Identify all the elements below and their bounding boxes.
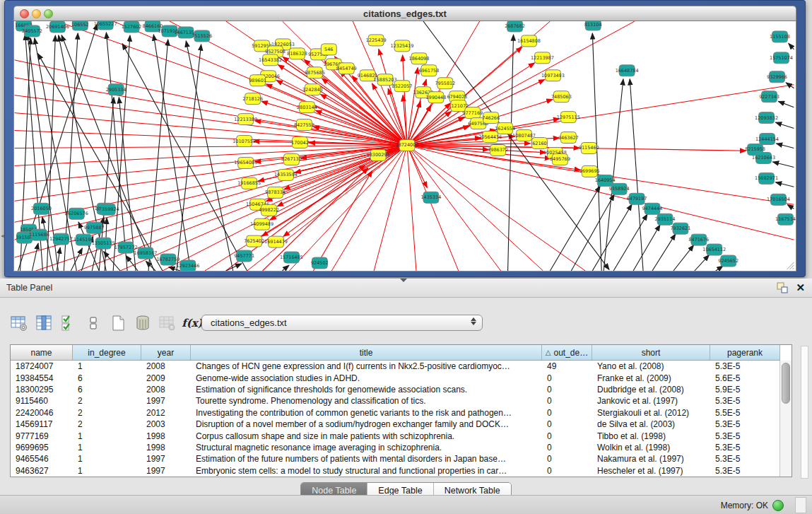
graph-node-label: 7515526 xyxy=(192,33,212,39)
citation-edge-red xyxy=(374,146,407,271)
graph-node-label: 1155108 xyxy=(770,34,790,40)
column-header-out-degree[interactable]: △ out_de… xyxy=(542,345,592,360)
graph-node-label: 2935114 xyxy=(655,216,676,222)
citation-edge-red xyxy=(263,168,368,271)
graph-node-label: 1167534 xyxy=(775,216,796,222)
citation-edge-black xyxy=(775,182,794,187)
table-cell: 2 xyxy=(73,396,141,406)
table-cell: 5.6E-5 xyxy=(710,373,780,383)
column-header-pagerank[interactable]: pagerank xyxy=(710,345,780,360)
status-corner-strip xyxy=(795,497,806,513)
resize-grip-icon[interactable] xyxy=(787,262,794,269)
citation-edge-black xyxy=(104,252,121,271)
graph-node-label: 2905334 xyxy=(106,87,126,93)
graph-node-label: 2405572 xyxy=(22,28,42,34)
table-body: 1872400712008Changes of HCN gene express… xyxy=(11,361,780,477)
split-divider-handle[interactable] xyxy=(400,279,407,282)
table-row[interactable]: 977716911998Corpus callosum shape and si… xyxy=(11,430,780,441)
graph-node-label: 5875685 xyxy=(305,70,325,76)
column-header-in-degree[interactable]: in_degree xyxy=(73,345,141,360)
table-cell: Tourette syndrome. Phenomenology and cla… xyxy=(191,396,542,406)
table-cell: 49 xyxy=(542,361,592,371)
row-select-icon[interactable] xyxy=(59,314,78,332)
table-row[interactable]: 1456911722003Disruption of a novel membe… xyxy=(11,419,780,430)
table-cell: 2009 xyxy=(141,373,191,383)
attribute-table: name in_degree year title △ out_de… shor… xyxy=(10,344,792,477)
table-row[interactable]: 946554611997Estimation of the future num… xyxy=(11,453,780,465)
table-cell: 1997 xyxy=(141,466,191,476)
table-toolbar: f(x) xyxy=(10,312,201,334)
graph-node-label: 8454749 xyxy=(336,66,357,71)
graph-node-label: 924502 xyxy=(311,260,329,266)
citation-edge-black xyxy=(652,234,676,271)
table-row[interactable]: 2242004622012Investigating the contribut… xyxy=(11,407,780,419)
graph-node-label: 8471676 xyxy=(688,237,709,243)
graph-node-label: 12923446 xyxy=(176,263,199,269)
network-canvas[interactable]: 1660522405572206914061065521065522715276… xyxy=(14,21,796,271)
column-select-icon[interactable] xyxy=(35,314,53,332)
network-window-titlebar[interactable]: citations_edges.txt xyxy=(13,6,796,21)
column-header-name[interactable]: name xyxy=(11,345,73,360)
table-options-icon[interactable] xyxy=(10,314,28,332)
combo-stepper-icon xyxy=(471,317,476,325)
graph-node-label: 20564436 xyxy=(478,134,502,140)
table-cell: 1 xyxy=(73,361,141,371)
column-header-short[interactable]: short xyxy=(592,345,710,360)
graph-node-label: 15692971 xyxy=(755,175,778,181)
rows-icon[interactable] xyxy=(84,314,102,332)
memory-status-indicator[interactable] xyxy=(772,500,784,511)
delete-table-icon[interactable] xyxy=(134,314,152,332)
table-row[interactable]: 946362711997Embryonic stem cells: a mode… xyxy=(11,465,780,477)
function-builder-icon[interactable]: f(x) xyxy=(183,314,201,332)
graph-node-label: 1640954 xyxy=(595,177,616,183)
graph-node-label: 813104 xyxy=(584,22,602,28)
table-vertical-scrollbar[interactable] xyxy=(779,361,792,477)
table-cell: Embryonic stem cells: a model to study s… xyxy=(191,466,542,476)
graph-node-label: 10107552 xyxy=(233,139,256,144)
graph-node-label: 9115460 xyxy=(579,145,599,151)
table-cell: Hescheler et al. (1997) xyxy=(592,466,710,476)
table-cell: 9777169 xyxy=(11,431,73,441)
table-cell: 1 xyxy=(73,431,141,441)
column-header-title[interactable]: title xyxy=(191,345,542,360)
close-panel-icon[interactable]: ✕ xyxy=(796,282,805,293)
graph-node-label: 10973493 xyxy=(541,73,565,78)
citation-edge-black xyxy=(789,43,794,49)
table-select-combo[interactable]: citations_edges.txt xyxy=(201,315,483,331)
graph-node-label: 9699695 xyxy=(579,168,600,174)
graph-node-label: 2803144 xyxy=(297,105,317,110)
scrollbar-thumb[interactable] xyxy=(782,363,790,404)
table-row[interactable]: 1872400712008Changes of HCN gene express… xyxy=(11,361,780,372)
table-row[interactable]: 1830029562008Estimation of significance … xyxy=(11,384,780,395)
table-cell: 5.3E-5 xyxy=(710,443,780,452)
graph-node-label: 9463627 xyxy=(558,135,579,141)
network-canvas-container[interactable]: 1660522405572206914061065521065522715276… xyxy=(13,21,796,271)
table-row[interactable]: 969969511998Structural magnetic resonanc… xyxy=(11,442,780,453)
graph-node-label: 16958167 xyxy=(134,250,158,256)
table-cell: 5.9E-5 xyxy=(710,385,780,395)
new-table-icon[interactable] xyxy=(109,314,127,332)
import-table-icon[interactable] xyxy=(158,314,177,332)
graph-node-label: 2687682 xyxy=(505,23,525,29)
citation-edge-black xyxy=(71,248,82,271)
table-row[interactable]: 1938455462009Genome-wide association stu… xyxy=(11,372,780,383)
float-panel-icon[interactable] xyxy=(777,282,789,293)
table-cell: Disruption of a novel member of a sodium… xyxy=(191,419,542,429)
table-cell: 6 xyxy=(73,385,141,395)
table-cell: 0 xyxy=(542,466,592,476)
graph-node-label: 1225439 xyxy=(366,37,387,43)
graph-node-label: 17957272 xyxy=(114,245,138,250)
table-cell: Nakamura et al. (1997) xyxy=(592,454,710,464)
table-cell: 5.3E-5 xyxy=(710,396,780,406)
table-row[interactable]: 911546021997Tourette syndrome. Phenomeno… xyxy=(11,395,780,407)
table-cell: Corpus callosum shape and size in male p… xyxy=(191,431,542,441)
citation-edge-black xyxy=(126,256,138,271)
graph-node-label: 1435334 xyxy=(420,194,441,200)
panel-collapse-handle[interactable]: ◄ xyxy=(0,233,5,238)
graph-node-label: 9227343 xyxy=(759,94,779,100)
citation-edge-red xyxy=(407,146,543,271)
column-header-year[interactable]: year xyxy=(141,345,191,360)
graph-node-label: 1624554 xyxy=(495,126,515,132)
table-cell: 1997 xyxy=(141,454,191,464)
table-cell: Wolkin et al. (1998) xyxy=(592,443,710,452)
